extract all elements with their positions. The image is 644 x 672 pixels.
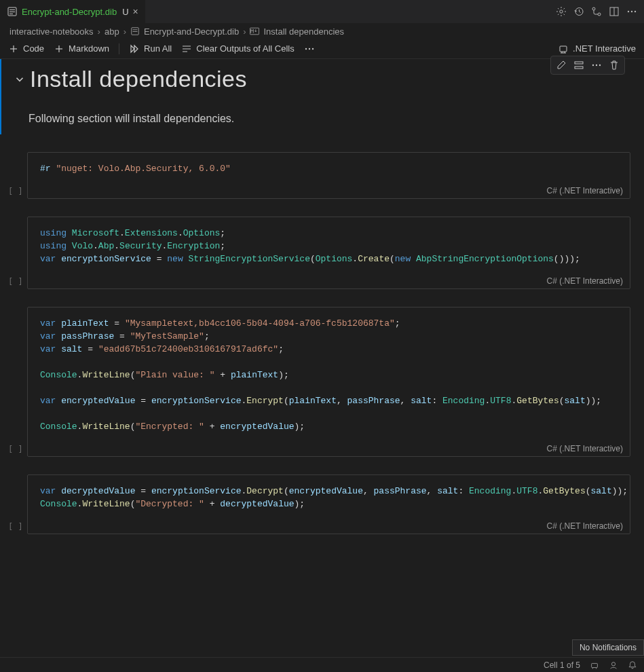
- cell-language-label[interactable]: C# (.NET Interactive): [28, 185, 630, 198]
- execution-count: [ ]: [8, 187, 23, 196]
- svg-point-35: [592, 64, 594, 66]
- section-description: Following section will install dependenc…: [29, 113, 617, 125]
- notebook-file-icon: [130, 26, 140, 36]
- code-editor[interactable]: var decryptedValue = encryptionService.D…: [28, 475, 630, 520]
- code-cell[interactable]: [ ] using Microsoft.Extensions.Options; …: [0, 217, 644, 289]
- code-editor[interactable]: #r "nuget: Volo.Abp.Security, 6.0.0": [28, 153, 630, 185]
- tab-modified-indicator: U: [122, 7, 128, 17]
- feedback-icon[interactable]: [609, 660, 618, 670]
- clear-outputs-label: Clear Outputs of All Cells: [196, 43, 295, 54]
- svg-point-12: [634, 11, 636, 12]
- chevron-down-icon[interactable]: [14, 73, 26, 86]
- add-markdown-label: Markdown: [69, 43, 109, 54]
- svg-rect-38: [592, 663, 598, 667]
- clear-outputs-button[interactable]: Clear Outputs of All Cells: [181, 43, 295, 54]
- file-tab[interactable]: Encrypt-and-Decrypt.dib U ×: [0, 0, 146, 23]
- status-bar: Cell 1 of 5: [0, 657, 644, 672]
- cell-position-status[interactable]: Cell 1 of 5: [544, 660, 580, 670]
- split-cell-button[interactable]: [570, 58, 588, 73]
- code-cell[interactable]: [ ] #r "nuget: Volo.Abp.Security, 6.0.0"…: [0, 152, 644, 199]
- svg-point-41: [611, 662, 615, 665]
- svg-point-28: [312, 48, 314, 49]
- markdown-cell[interactable]: Install dependencies Following section w…: [0, 59, 644, 134]
- svg-point-6: [592, 7, 595, 10]
- chevron-right-icon: ›: [96, 26, 102, 37]
- svg-rect-33: [575, 62, 583, 64]
- split-editor-icon[interactable]: [609, 6, 620, 17]
- svg-point-7: [598, 13, 601, 16]
- chevron-right-icon: ›: [242, 26, 247, 37]
- toast-text: No Notifications: [580, 643, 637, 652]
- execution-count: [ ]: [8, 445, 23, 454]
- add-code-button[interactable]: Code: [8, 43, 44, 54]
- add-markdown-button[interactable]: Markdown: [54, 43, 109, 54]
- svg-rect-14: [132, 29, 137, 30]
- svg-rect-29: [560, 46, 567, 52]
- editor-tabbar: Encrypt-and-Decrypt.dib U ×: [0, 0, 644, 24]
- svg-rect-15: [132, 31, 137, 32]
- breadcrumb-part[interactable]: interactive-notebooks: [10, 26, 94, 37]
- diff-icon[interactable]: [591, 6, 602, 17]
- bell-icon[interactable]: [628, 660, 637, 670]
- svg-point-4: [560, 10, 563, 13]
- cell-more-button[interactable]: [588, 58, 605, 73]
- svg-rect-2: [10, 12, 15, 12]
- execution-count: [ ]: [8, 277, 23, 286]
- svg-point-36: [596, 64, 597, 66]
- notebook-body: Install dependencies Following section w…: [0, 59, 644, 541]
- breadcrumb-part[interactable]: Install dependencies: [263, 26, 344, 37]
- gear-icon[interactable]: [556, 6, 567, 17]
- svg-point-27: [309, 48, 310, 49]
- section-title: Install dependencies: [30, 66, 247, 92]
- breadcrumb-part[interactable]: Encrypt-and-Decrypt.dib: [144, 26, 239, 37]
- notebook-file-icon: [7, 6, 18, 17]
- svg-point-10: [628, 11, 629, 12]
- delete-cell-button[interactable]: [605, 58, 623, 73]
- execution-count: [ ]: [8, 522, 23, 531]
- tab-filename: Encrypt-and-Decrypt.dib: [22, 7, 117, 17]
- svg-rect-16: [250, 28, 259, 35]
- more-icon[interactable]: [626, 6, 637, 17]
- notebook-toolbar: Code Markdown Run All Clear Outputs of A…: [0, 39, 644, 59]
- svg-marker-21: [131, 45, 134, 52]
- svg-rect-34: [575, 67, 583, 69]
- breadcrumb-part[interactable]: abp: [105, 26, 119, 37]
- svg-rect-3: [10, 14, 13, 14]
- run-all-button[interactable]: Run All: [129, 43, 172, 54]
- svg-point-26: [305, 48, 307, 49]
- svg-rect-1: [10, 10, 15, 10]
- kernel-status-icon[interactable]: [590, 660, 599, 670]
- cell-language-label[interactable]: C# (.NET Interactive): [28, 275, 630, 288]
- add-code-label: Code: [23, 43, 44, 54]
- code-cell[interactable]: [ ] var plainText = "Mysampletext,bb4cc1…: [0, 307, 644, 457]
- notifications-toast[interactable]: No Notifications: [572, 639, 644, 656]
- close-tab-icon[interactable]: ×: [133, 6, 138, 17]
- breadcrumb: interactive-notebooks › abp › Encrypt-an…: [0, 24, 644, 39]
- code-editor[interactable]: using Microsoft.Extensions.Options; usin…: [28, 217, 630, 275]
- svg-point-11: [631, 11, 632, 12]
- cell-actionbar: [550, 56, 625, 75]
- chevron-right-icon: ›: [122, 26, 128, 37]
- kernel-label: .NET Interactive: [573, 43, 636, 54]
- cell-language-label[interactable]: C# (.NET Interactive): [28, 443, 630, 456]
- cell-language-label[interactable]: C# (.NET Interactive): [28, 520, 630, 534]
- toolbar-more-button[interactable]: [304, 43, 315, 54]
- edit-cell-button[interactable]: [552, 58, 570, 73]
- code-editor[interactable]: var plainText = "Mysampletext,bb4cc106-5…: [28, 307, 630, 443]
- kernel-picker[interactable]: .NET Interactive: [558, 43, 636, 54]
- markdown-icon: [250, 26, 259, 36]
- tab-actions: [549, 0, 644, 23]
- history-icon[interactable]: [573, 6, 584, 17]
- code-cell[interactable]: [ ] var decryptedValue = encryptionServi…: [0, 474, 644, 534]
- run-all-label: Run All: [144, 43, 172, 54]
- svg-point-37: [599, 64, 601, 66]
